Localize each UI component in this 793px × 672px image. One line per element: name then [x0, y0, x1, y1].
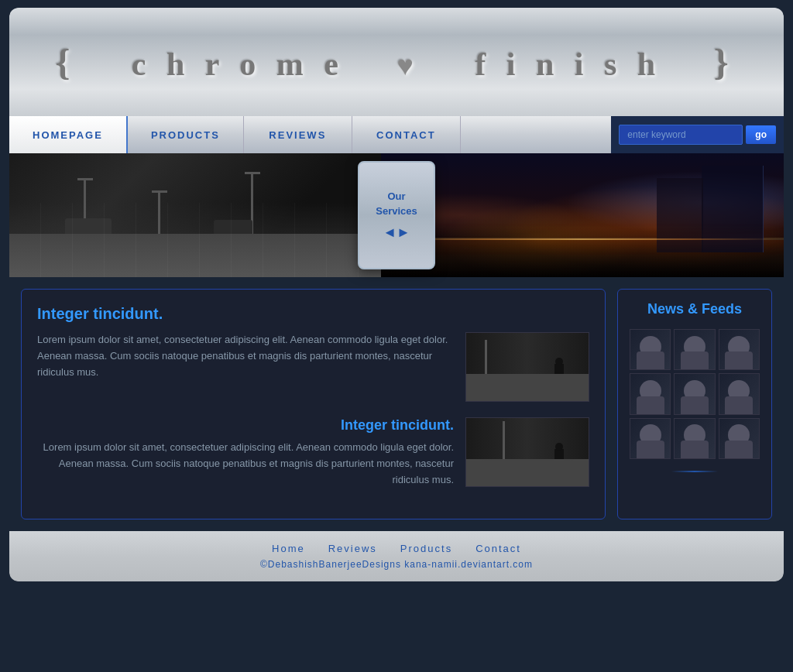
news-thumb-1[interactable]	[630, 329, 671, 370]
search-input[interactable]	[619, 125, 743, 145]
page-wrapper: { c h r o m e ♥ f i n i s h } HOMEPAGE P…	[9, 8, 784, 581]
article-2-block: Integer tincidunt. Lorem ipsum dolor sit…	[37, 417, 589, 488]
sidebar: News & Feeds	[617, 289, 772, 519]
brace-close: }	[714, 42, 738, 83]
footer-credit: ©DebashishBanerjeeDesigns kana-namii.dev…	[21, 559, 772, 570]
footer-link-home[interactable]: Home	[272, 543, 305, 554]
thumb-pole	[485, 340, 487, 381]
footer-link-contact[interactable]: Contact	[475, 543, 521, 554]
footer-link-reviews[interactable]: Reviews	[328, 543, 377, 554]
news-grid	[630, 329, 760, 459]
nav-bar: HOMEPAGE PRODUCTS REVIEWS CONTACT go	[9, 116, 784, 153]
article-2-title: Integer tincidunt.	[37, 417, 454, 434]
card-arrows-icon: ◄►	[383, 225, 410, 241]
search-button[interactable]: go	[746, 125, 776, 144]
street-pole-2	[158, 190, 160, 277]
news-thumb-4[interactable]	[630, 373, 671, 414]
thumb-person-2	[554, 449, 564, 476]
logo-chrome: c h r o m e	[132, 46, 345, 82]
news-thumb-9[interactable]	[719, 418, 760, 459]
nav-tab-products[interactable]: PRODUCTS	[128, 116, 244, 153]
hero-right-image	[381, 153, 784, 277]
thumb-pole-2	[503, 421, 505, 465]
building-2	[657, 178, 703, 252]
content-area: Integer tincidunt. Lorem ipsum dolor sit…	[9, 277, 784, 531]
footer-link-products[interactable]: Products	[400, 543, 452, 554]
logo-heart: ♥	[396, 50, 422, 81]
news-thumb-2[interactable]	[674, 329, 715, 370]
thumb-ground-2	[466, 462, 589, 486]
footer-nav: Home Reviews Products Contact	[21, 543, 772, 554]
article-1-text: Lorem ipsum dolor sit amet, consectetuer…	[37, 332, 454, 380]
site-logo: { c h r o m e ♥ f i n i s h }	[55, 41, 737, 84]
news-thumb-6[interactable]	[719, 373, 760, 414]
hero-left-image	[9, 153, 381, 277]
brace-open: {	[55, 42, 79, 83]
thumb-ground	[466, 377, 589, 401]
nav-search: go	[611, 116, 784, 153]
article-1-text-wrap: Lorem ipsum dolor sit amet, consectetuer…	[37, 332, 454, 402]
logo-finish: f i n i s h	[475, 46, 661, 82]
footer: Home Reviews Products Contact ©Debashish…	[9, 531, 784, 581]
car-2	[214, 220, 252, 234]
car-1	[65, 218, 112, 234]
news-thumb-5[interactable]	[674, 373, 715, 414]
news-thumb-3[interactable]	[719, 329, 760, 370]
bridge-line	[381, 238, 784, 240]
nav-tab-contact[interactable]: CONTACT	[352, 116, 461, 153]
article-1-block: Lorem ipsum dolor sit amet, consectetuer…	[37, 332, 589, 402]
card-text: Our Services	[376, 190, 417, 218]
services-card[interactable]: Our Services ◄►	[358, 161, 435, 269]
hero-street-image	[9, 153, 381, 277]
article-2-text-wrap: Integer tincidunt. Lorem ipsum dolor sit…	[37, 417, 454, 488]
street-pole-1	[84, 178, 86, 277]
street-pole-3	[251, 172, 253, 277]
article-1-thumbnail	[465, 332, 589, 402]
building-1	[702, 166, 764, 252]
article-1-title: Integer tincidunt.	[37, 305, 589, 323]
nav-tab-reviews[interactable]: REVIEWS	[244, 116, 352, 153]
header: { c h r o m e ♥ f i n i s h }	[9, 8, 784, 116]
news-thumb-8[interactable]	[674, 418, 715, 459]
hero-section: Our Services ◄►	[9, 153, 784, 277]
thumb-person-1	[554, 364, 564, 391]
sidebar-title: News & Feeds	[647, 301, 742, 317]
main-content: Integer tincidunt. Lorem ipsum dolor sit…	[21, 289, 606, 519]
street-ground	[9, 234, 381, 277]
article-2-text: Lorem ipsum dolor sit amet, consectetuer…	[37, 440, 454, 488]
article-2-thumbnail	[465, 417, 589, 487]
nav-tab-homepage[interactable]: HOMEPAGE	[9, 116, 128, 153]
news-thumb-7[interactable]	[630, 418, 671, 459]
sidebar-divider	[671, 471, 718, 472]
